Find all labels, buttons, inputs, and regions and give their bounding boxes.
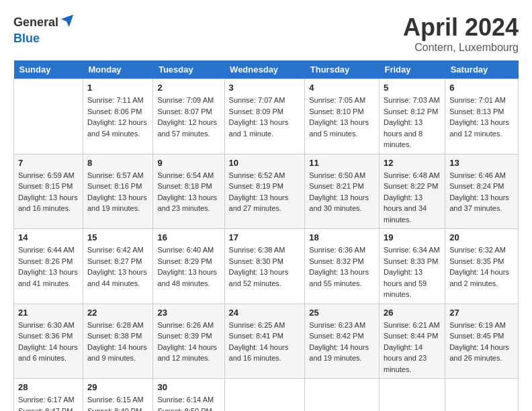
sunset-text: Sunset: 8:30 PM — [229, 256, 301, 267]
week-row-5: 28Sunrise: 6:17 AMSunset: 8:47 PMDayligh… — [14, 379, 519, 412]
calendar-cell: 4Sunrise: 7:05 AMSunset: 8:10 PMDaylight… — [305, 79, 380, 154]
day-info: Sunrise: 6:25 AMSunset: 8:41 PMDaylight:… — [229, 320, 301, 364]
sunrise-text: Sunrise: 6:48 AM — [384, 170, 441, 181]
col-header-friday: Friday — [379, 60, 445, 79]
day-number: 2 — [157, 83, 220, 93]
day-number: 30 — [157, 382, 220, 392]
week-row-1: 1Sunrise: 7:11 AMSunset: 8:06 PMDaylight… — [14, 79, 519, 154]
day-info: Sunrise: 6:17 AMSunset: 8:47 PMDaylight:… — [18, 394, 79, 411]
calendar-cell: 18Sunrise: 6:36 AMSunset: 8:32 PMDayligh… — [305, 229, 380, 304]
calendar-cell — [305, 379, 380, 412]
calendar-table: SundayMondayTuesdayWednesdayThursdayFrid… — [13, 60, 519, 411]
sunrise-text: Sunrise: 6:26 AM — [157, 320, 220, 331]
sunrise-text: Sunrise: 6:52 AM — [229, 170, 301, 181]
sunset-text: Sunset: 8:49 PM — [87, 406, 148, 412]
sunset-text: Sunset: 8:26 PM — [18, 256, 79, 267]
sunrise-text: Sunrise: 6:25 AM — [229, 320, 301, 331]
day-number: 23 — [157, 308, 220, 318]
day-number: 3 — [229, 83, 301, 93]
sunset-text: Sunset: 8:18 PM — [157, 181, 220, 192]
sunrise-text: Sunrise: 6:17 AM — [18, 394, 79, 406]
day-info: Sunrise: 6:40 AMSunset: 8:29 PMDaylight:… — [157, 244, 220, 289]
calendar-cell: 9Sunrise: 6:54 AMSunset: 8:18 PMDaylight… — [153, 154, 224, 229]
day-info: Sunrise: 6:52 AMSunset: 8:19 PMDaylight:… — [229, 170, 301, 214]
day-number: 22 — [87, 308, 148, 318]
daylight-text: Daylight: 13 hours and 52 minutes. — [229, 267, 301, 289]
daylight-text: Daylight: 14 hours and 26 minutes. — [449, 342, 514, 364]
daylight-text: Daylight: 13 hours and 12 minutes. — [449, 117, 514, 139]
calendar-cell: 22Sunrise: 6:28 AMSunset: 8:38 PMDayligh… — [83, 304, 152, 379]
day-number: 29 — [87, 382, 148, 392]
calendar-cell: 10Sunrise: 6:52 AMSunset: 8:19 PMDayligh… — [224, 154, 305, 229]
day-number: 25 — [309, 308, 375, 318]
day-number: 14 — [18, 232, 79, 242]
daylight-text: Daylight: 12 hours and 54 minutes. — [87, 117, 148, 139]
sunset-text: Sunset: 8:47 PM — [18, 406, 79, 412]
day-number: 9 — [157, 158, 220, 168]
day-info: Sunrise: 7:05 AMSunset: 8:10 PMDaylight:… — [309, 95, 375, 139]
daylight-text: Daylight: 13 hours and 55 minutes. — [309, 267, 375, 289]
daylight-text: Daylight: 13 hours and 5 minutes. — [309, 117, 375, 139]
calendar-cell: 8Sunrise: 6:57 AMSunset: 8:16 PMDaylight… — [83, 154, 152, 229]
day-info: Sunrise: 6:38 AMSunset: 8:30 PMDaylight:… — [229, 244, 301, 289]
day-info: Sunrise: 7:11 AMSunset: 8:06 PMDaylight:… — [87, 95, 148, 139]
sunset-text: Sunset: 8:41 PM — [229, 330, 301, 342]
daylight-text: Daylight: 14 hours and 19 minutes. — [309, 342, 375, 364]
title-block: April 2024 Contern, Luxembourg — [403, 13, 519, 54]
col-header-thursday: Thursday — [305, 60, 380, 79]
daylight-text: Daylight: 14 hours and 6 minutes. — [18, 342, 79, 364]
calendar-cell: 21Sunrise: 6:30 AMSunset: 8:36 PMDayligh… — [14, 304, 83, 379]
sunset-text: Sunset: 8:50 PM — [157, 406, 220, 412]
sunset-text: Sunset: 8:22 PM — [384, 181, 441, 192]
day-info: Sunrise: 6:48 AMSunset: 8:22 PMDaylight:… — [384, 170, 441, 226]
sunrise-text: Sunrise: 6:44 AM — [18, 244, 79, 256]
sunset-text: Sunset: 8:39 PM — [157, 330, 220, 342]
sunset-text: Sunset: 8:10 PM — [309, 106, 375, 118]
day-number: 7 — [18, 158, 79, 168]
calendar-cell: 3Sunrise: 7:07 AMSunset: 8:09 PMDaylight… — [224, 79, 305, 154]
sunset-text: Sunset: 8:38 PM — [87, 330, 148, 342]
day-info: Sunrise: 6:14 AMSunset: 8:50 PMDaylight:… — [157, 394, 220, 411]
day-number: 4 — [309, 83, 375, 93]
calendar-cell: 7Sunrise: 6:59 AMSunset: 8:15 PMDaylight… — [14, 154, 83, 229]
calendar-cell: 19Sunrise: 6:34 AMSunset: 8:33 PMDayligh… — [379, 229, 445, 304]
sunrise-text: Sunrise: 7:03 AM — [384, 95, 441, 106]
sunrise-text: Sunrise: 6:40 AM — [157, 244, 220, 256]
sunset-text: Sunset: 8:19 PM — [229, 181, 301, 192]
day-number: 8 — [87, 158, 148, 168]
calendar-cell: 26Sunrise: 6:21 AMSunset: 8:44 PMDayligh… — [379, 304, 445, 379]
calendar-cell: 25Sunrise: 6:23 AMSunset: 8:42 PMDayligh… — [305, 304, 380, 379]
day-number: 5 — [384, 83, 441, 93]
sunset-text: Sunset: 8:35 PM — [449, 256, 514, 267]
day-info: Sunrise: 6:42 AMSunset: 8:27 PMDaylight:… — [87, 244, 148, 289]
day-info: Sunrise: 6:21 AMSunset: 8:44 PMDaylight:… — [384, 320, 441, 375]
day-number: 28 — [18, 382, 79, 392]
daylight-text: Daylight: 13 hours and 48 minutes. — [157, 267, 220, 289]
daylight-text: Daylight: 13 hours and 19 minutes. — [87, 192, 148, 214]
sunrise-text: Sunrise: 7:09 AM — [157, 95, 220, 106]
col-header-sunday: Sunday — [14, 60, 83, 79]
day-info: Sunrise: 6:28 AMSunset: 8:38 PMDaylight:… — [87, 320, 148, 364]
sunset-text: Sunset: 8:07 PM — [157, 106, 220, 118]
col-header-saturday: Saturday — [445, 60, 519, 79]
col-header-wednesday: Wednesday — [224, 60, 305, 79]
sunrise-text: Sunrise: 6:57 AM — [87, 170, 148, 181]
logo-general: General — [13, 16, 58, 30]
daylight-text: Daylight: 13 hours and 16 minutes. — [18, 192, 79, 214]
day-info: Sunrise: 7:01 AMSunset: 8:13 PMDaylight:… — [449, 95, 514, 139]
day-info: Sunrise: 6:57 AMSunset: 8:16 PMDaylight:… — [87, 170, 148, 214]
sunrise-text: Sunrise: 6:32 AM — [449, 244, 514, 256]
sunrise-text: Sunrise: 6:15 AM — [87, 394, 148, 406]
calendar-cell: 11Sunrise: 6:50 AMSunset: 8:21 PMDayligh… — [305, 154, 380, 229]
week-row-4: 21Sunrise: 6:30 AMSunset: 8:36 PMDayligh… — [14, 304, 519, 379]
sunset-text: Sunset: 8:32 PM — [309, 256, 375, 267]
daylight-text: Daylight: 13 hours and 41 minutes. — [18, 267, 79, 289]
day-info: Sunrise: 7:03 AMSunset: 8:12 PMDaylight:… — [384, 95, 441, 150]
day-number: 16 — [157, 232, 220, 242]
day-number: 17 — [229, 232, 301, 242]
daylight-text: Daylight: 13 hours and 59 minutes. — [384, 267, 441, 300]
sunrise-text: Sunrise: 6:46 AM — [449, 170, 514, 181]
day-number: 21 — [18, 308, 79, 318]
sunrise-text: Sunrise: 6:28 AM — [87, 320, 148, 331]
sunset-text: Sunset: 8:36 PM — [18, 330, 79, 342]
